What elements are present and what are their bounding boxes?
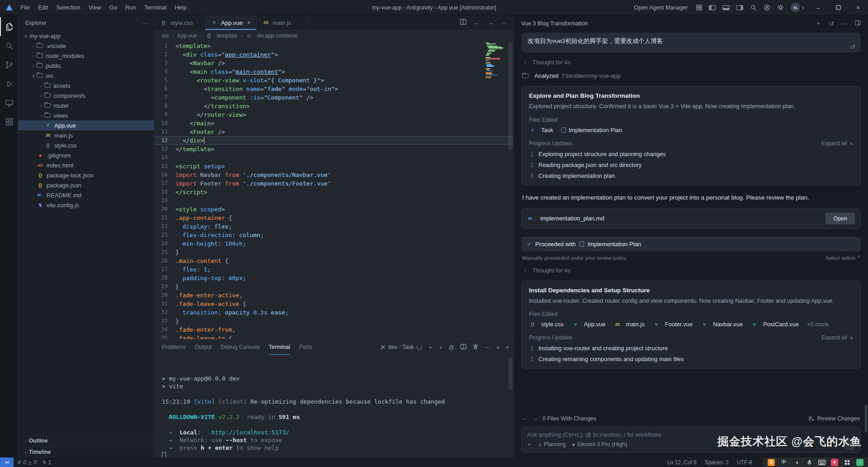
width-mode-icon[interactable]: ◑ — [793, 459, 800, 466]
file-chip[interactable]: {}style.css — [529, 321, 564, 328]
activitybar-search[interactable] — [0, 36, 18, 55]
settings-gear-icon[interactable] — [774, 0, 787, 15]
tree-item-.gitignore[interactable]: ◆.gitignore — [18, 150, 154, 160]
panel-tab-problems[interactable]: Problems — [162, 339, 186, 355]
panel-tab-terminal[interactable]: Terminal — [269, 339, 290, 355]
code-line-28[interactable]: 28 padding-top: 40px; — [155, 274, 514, 282]
code-line-23[interactable]: 23 flex-direction: column; — [155, 231, 514, 239]
code-line-11[interactable]: 11 <Footer /> — [155, 128, 514, 136]
code-line-33[interactable]: 33} — [155, 317, 514, 325]
terminal-scrollbar[interactable] — [509, 357, 513, 389]
tab-main.js[interactable]: JSmain.js — [257, 15, 307, 30]
code-line-22[interactable]: 22 display: flex; — [155, 222, 514, 231]
code-line-14[interactable]: 14 — [155, 153, 514, 162]
tree-item-README.md[interactable]: M↓README.md — [18, 190, 154, 200]
sogou-logo-icon[interactable]: S — [768, 459, 775, 466]
code-line-34[interactable]: 34.fade-enter-from, — [155, 325, 514, 334]
code-line-29[interactable]: 29} — [155, 282, 514, 291]
profile-menu[interactable]: XL ∨ — [791, 3, 805, 12]
search-icon[interactable] — [746, 0, 760, 15]
editor-scrollbar[interactable] — [508, 42, 513, 150]
code-line-2[interactable]: 2 <div class="app-container"> — [155, 50, 514, 59]
model-selector[interactable]: ◆Gemini 3 Pro (High) — [572, 441, 627, 448]
minimize-button[interactable]: – — [808, 0, 828, 15]
menu-file[interactable]: File — [16, 0, 34, 15]
prev-change-icon[interactable]: ← — [522, 415, 528, 422]
ports-indicator[interactable]: ↯1 — [42, 459, 51, 466]
agent-layout-icon[interactable] — [855, 20, 861, 27]
menu-edit[interactable]: Edit — [34, 0, 52, 15]
plan-file-card[interactable]: M↓ implementation_plan.md Open — [521, 208, 861, 229]
problems-indicator[interactable]: ⊘0 △0 — [17, 459, 37, 466]
tree-item-node_modules[interactable]: ›node_modules — [18, 51, 154, 61]
new-terminal-icon[interactable]: ＋ — [428, 343, 434, 351]
activitybar-run-debug[interactable] — [0, 74, 18, 93]
tree-item-main.js[interactable]: JSmain.js — [18, 130, 154, 140]
menu-run[interactable]: Run — [121, 0, 140, 15]
agent-more-icon[interactable]: ⋯ — [841, 20, 848, 27]
task-indicator[interactable]: dev - Task — [380, 344, 422, 350]
wechat-input-icon[interactable]: ▫ — [856, 459, 863, 466]
file-chip[interactable]: VPostCard.vue — [751, 321, 799, 328]
menu-selection[interactable]: Selection — [52, 0, 84, 15]
minimap[interactable] — [486, 43, 505, 78]
code-line-6[interactable]: 6 <transition name="fade" mode="out-in"> — [155, 85, 514, 93]
skin-icon[interactable]: ♥ — [831, 459, 838, 466]
breadcrumb-item[interactable]: {}template — [205, 33, 237, 39]
tree-item-my-vue-app[interactable]: ∨my-vue-app — [18, 31, 154, 41]
file-chip[interactable]: Implementation Plan — [561, 127, 623, 133]
file-chip[interactable]: VFooter.vue — [653, 321, 693, 328]
code-line-1[interactable]: 1<template> — [155, 42, 514, 50]
tree-item-style.css[interactable]: {}style.css — [18, 140, 154, 150]
breadcrumb-item[interactable]: App.vue — [177, 33, 197, 39]
tree-item-package.json[interactable]: {}package.json — [18, 180, 154, 190]
code-line-26[interactable]: 26.main-content { — [155, 257, 514, 265]
file-chip[interactable]: VApp.vue — [572, 321, 606, 328]
agent-input[interactable]: Ask anything (Ctrl+L), @ to mention, / f… — [521, 427, 861, 453]
panel-tab-debug-console[interactable]: Debug Console — [221, 339, 259, 355]
split-editor-icon[interactable] — [460, 19, 467, 27]
maximize-button[interactable] — [828, 0, 848, 15]
toggle-sidebar-icon[interactable] — [706, 0, 719, 15]
code-line-35[interactable]: 35.fade-leave-to { — [155, 334, 514, 339]
menu-view[interactable]: View — [85, 0, 105, 15]
tree-item-components[interactable]: ›components — [18, 91, 154, 100]
attach-button[interactable]: ＋ — [526, 441, 532, 448]
activitybar-source-control[interactable] — [0, 55, 18, 74]
editor-more-icon[interactable]: ⋯ — [501, 19, 507, 26]
code-line-19[interactable]: 19 — [155, 196, 514, 205]
code-editor[interactable]: 1<template>2 <div class="app-container">… — [155, 41, 514, 339]
next-change-icon[interactable]: → — [533, 415, 538, 422]
breadcrumb-item[interactable]: ◇div.app-container — [245, 33, 298, 39]
nav-forward-icon[interactable]: → — [487, 19, 494, 26]
panel-tab-output[interactable]: Output — [195, 339, 212, 355]
terminal-dropdown-icon[interactable]: ∨ — [439, 345, 443, 350]
code-line-17[interactable]: 17import Footer from './components/Foote… — [155, 179, 514, 188]
tree-item-App.vue[interactable]: VApp.vue — [18, 120, 154, 130]
expand-all-button[interactable]: Expand all« — [821, 140, 853, 147]
tree-item-public[interactable]: ›public — [18, 61, 154, 71]
send-button[interactable]: › — [844, 438, 856, 450]
keyboard-icon[interactable] — [818, 459, 826, 466]
tab-App.vue[interactable]: VApp.vue× — [205, 15, 257, 30]
expand-all-button[interactable]: Expand all« — [821, 334, 853, 341]
menu-help[interactable]: Help — [170, 0, 191, 15]
activitybar-explorer[interactable] — [0, 17, 18, 36]
user-message[interactable]: 改项目为vue3初始化的脚手架，需要改成个人博客 ↺ — [521, 33, 861, 52]
new-chat-icon[interactable]: ＋ — [815, 19, 821, 28]
code-line-10[interactable]: 10 </main> — [155, 119, 514, 128]
open-plan-button[interactable]: Open — [826, 213, 855, 224]
tree-item-views[interactable]: ›views — [18, 110, 154, 120]
revert-icon[interactable]: ↺ — [850, 43, 855, 50]
tree-item-index.html[interactable]: <>index.html — [18, 160, 154, 170]
toggle-panel-icon[interactable] — [719, 0, 733, 15]
tab-style.css[interactable]: {}style.css — [155, 15, 205, 30]
close-button[interactable]: × — [848, 0, 868, 15]
analyzed-row[interactable]: Analyzed f:\testItem\my-vue-app — [522, 72, 860, 79]
code-line-12[interactable]: 12 </div> — [155, 136, 514, 145]
code-line-20[interactable]: 20<style scoped> — [155, 205, 514, 214]
tree-item-package-lock.json[interactable]: {}package-lock.json — [18, 170, 154, 180]
code-line-7[interactable]: 7 <component :is="Component" /> — [155, 93, 514, 102]
more-files[interactable]: +5 more — [807, 321, 829, 328]
review-changes-button[interactable]: Review Changes — [808, 415, 860, 422]
